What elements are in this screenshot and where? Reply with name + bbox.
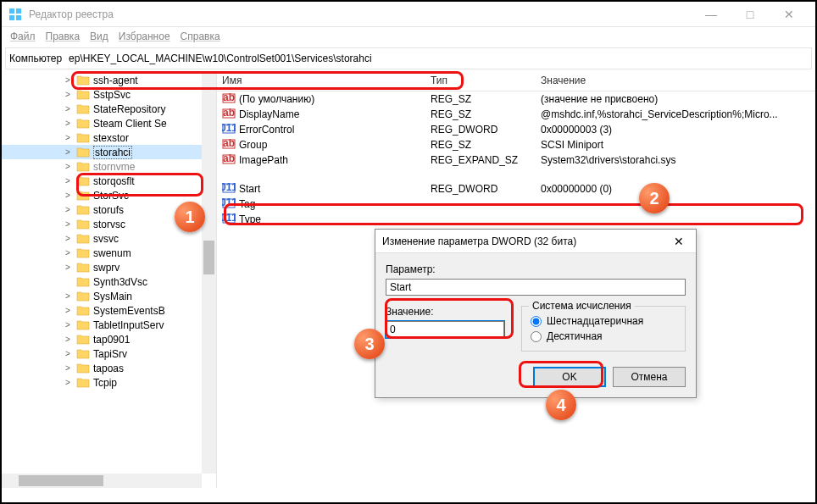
tree-item-storahci[interactable]: >storahci <box>2 145 216 159</box>
tree-item-stornvme[interactable]: >stornvme <box>2 159 216 174</box>
dialog-close-button[interactable]: ✕ <box>669 235 689 248</box>
binary-value-icon: 011 <box>222 181 239 197</box>
expand-icon[interactable]: > <box>63 378 73 387</box>
svg-rect-2 <box>9 15 14 20</box>
value-data: 0x00000000 (0) <box>536 183 815 195</box>
radix-group: Система исчисления Шестнадцатеричная Дес… <box>521 306 686 352</box>
tree-item-systemeventsb[interactable]: >SystemEventsB <box>2 303 216 318</box>
value-data: SCSI Miniport <box>536 139 815 151</box>
value-row[interactable]: abGroupREG_SZSCSI Miniport <box>217 137 815 152</box>
value-input[interactable] <box>386 321 504 338</box>
ok-button[interactable]: OK <box>533 367 606 387</box>
tree-scrollbar-vertical[interactable] <box>202 71 216 474</box>
value-type: REG_SZ <box>425 108 536 120</box>
tree-item-svsvc[interactable]: >svsvc <box>2 231 216 246</box>
maximize-button[interactable]: □ <box>731 2 770 27</box>
expand-icon[interactable]: > <box>63 176 73 186</box>
column-value[interactable]: Значение <box>536 71 815 91</box>
value-row[interactable]: 011Tag <box>217 197 815 212</box>
value-label: Значение: <box>386 306 504 318</box>
radix-hex-row[interactable]: Шестнадцатеричная <box>531 315 676 327</box>
value-row[interactable]: 011StartREG_DWORD0x00000000 (0) <box>217 181 815 197</box>
menu-favorites[interactable]: Избранное <box>114 29 175 44</box>
expand-icon[interactable]: > <box>63 119 73 128</box>
tree-item-label: TabletInputServ <box>93 319 164 331</box>
expand-icon[interactable]: > <box>63 234 73 243</box>
column-name[interactable]: Имя <box>217 71 425 91</box>
radix-dec-radio[interactable] <box>531 331 542 342</box>
tree-item-sysmain[interactable]: >SysMain <box>2 289 216 303</box>
close-button[interactable]: ✕ <box>770 2 809 27</box>
expand-icon[interactable]: > <box>63 104 73 114</box>
tree-item-sstpsvc[interactable]: >SstpSvc <box>2 87 216 102</box>
expand-icon[interactable]: > <box>63 219 73 229</box>
menu-help[interactable]: Справка <box>175 29 225 44</box>
value-row[interactable]: abDisplayNameREG_SZ@mshdc.inf,%storahci_… <box>217 107 815 122</box>
tree-item-swprv[interactable]: >swprv <box>2 260 216 274</box>
radix-hex-radio[interactable] <box>531 316 542 327</box>
minimize-button[interactable]: — <box>692 2 731 27</box>
tree-item-stexstor[interactable]: >stexstor <box>2 130 216 145</box>
radix-dec-label: Десятичная <box>547 330 603 342</box>
tree-item-tcpip[interactable]: >Tcpip <box>2 375 216 390</box>
tree-item-label: StateRepository <box>93 103 165 115</box>
menu-edit[interactable]: Правка <box>41 29 86 44</box>
tree-item-label: tapoas <box>93 363 124 374</box>
column-type[interactable]: Тип <box>425 71 536 91</box>
menubar: Файл Правка Вид Избранное Справка <box>2 27 815 46</box>
tree-item-label: swprv <box>93 262 119 274</box>
expand-icon[interactable]: > <box>63 291 73 301</box>
callout-number-4: 4 <box>546 390 576 420</box>
radix-hex-label: Шестнадцатеричная <box>547 315 643 327</box>
value-row[interactable]: ab(По умолчанию)REG_SZ(значение не присв… <box>217 91 815 107</box>
value-name: Start <box>239 183 260 195</box>
svg-text:011: 011 <box>222 212 236 224</box>
cancel-button[interactable]: Отмена <box>613 367 686 387</box>
menu-view[interactable]: Вид <box>85 29 114 44</box>
expand-icon[interactable]: > <box>63 335 73 344</box>
tree-item-ssh-agent[interactable]: >ssh-agent <box>2 73 216 87</box>
string-value-icon: ab <box>222 152 239 169</box>
value-data: @mshdc.inf,%storahci_ServiceDescription%… <box>536 108 815 120</box>
value-row[interactable]: 011ErrorControlREG_DWORD0x00000003 (3) <box>217 122 815 137</box>
expand-icon[interactable]: > <box>63 75 73 85</box>
expand-icon[interactable]: > <box>63 320 73 330</box>
window-titlebar: Редактор реестра — □ ✕ <box>2 2 815 27</box>
string-value-icon: ab <box>222 107 239 123</box>
tree-item-label: Tcpip <box>93 377 117 389</box>
tree-view[interactable]: >ssh-agent>SstpSvc>StateRepository>Steam… <box>2 71 217 488</box>
tree-item-staterepository[interactable]: >StateRepository <box>2 102 216 116</box>
tree-item-steam-client-se[interactable]: >Steam Client Se <box>2 116 216 130</box>
expand-icon[interactable]: > <box>63 90 73 99</box>
menu-file[interactable]: Файл <box>5 29 41 44</box>
radix-dec-row[interactable]: Десятичная <box>531 330 676 342</box>
tree-scrollbar-horizontal[interactable] <box>2 474 202 488</box>
expand-icon[interactable]: > <box>63 205 73 214</box>
binary-value-icon: 011 <box>222 197 239 213</box>
tree-item-tapoas[interactable]: >tapoas <box>2 361 216 375</box>
svg-rect-1 <box>16 8 21 14</box>
value-row[interactable]: abImagePathREG_EXPAND_SZSystem32\drivers… <box>217 152 815 168</box>
tree-item-swenum[interactable]: >swenum <box>2 246 216 260</box>
address-path[interactable]: ер\HKEY_LOCAL_MACHINE\w10\ControlSet001\… <box>65 51 811 66</box>
expand-icon[interactable]: > <box>63 306 73 315</box>
tree-item-synth3dvsc[interactable]: Synth3dVsc <box>2 274 216 289</box>
tree-item-storsvc[interactable]: >StorSvc <box>2 188 216 202</box>
tree-item-label: SstpSvc <box>93 89 131 101</box>
expand-icon[interactable]: > <box>63 349 73 358</box>
tree-item-tapisrv[interactable]: >TapiSrv <box>2 346 216 361</box>
expand-icon[interactable]: > <box>63 162 73 171</box>
expand-icon[interactable]: > <box>63 147 73 157</box>
expand-icon[interactable]: > <box>63 191 73 200</box>
expand-icon[interactable]: > <box>63 263 73 272</box>
tree-item-tap0901[interactable]: >tap0901 <box>2 332 216 346</box>
expand-icon[interactable]: > <box>63 363 73 373</box>
expand-icon[interactable]: > <box>63 133 73 142</box>
tree-item-label: storvsc <box>93 219 125 230</box>
expand-icon[interactable]: > <box>63 248 73 258</box>
tree-item-tabletinputserv[interactable]: >TabletInputServ <box>2 318 216 332</box>
tree-item-label: tap0901 <box>93 334 130 346</box>
value-type: REG_SZ <box>425 93 536 105</box>
tree-item-storqosflt[interactable]: >storqosflt <box>2 174 216 188</box>
value-row[interactable]: 011Type <box>217 212 815 227</box>
